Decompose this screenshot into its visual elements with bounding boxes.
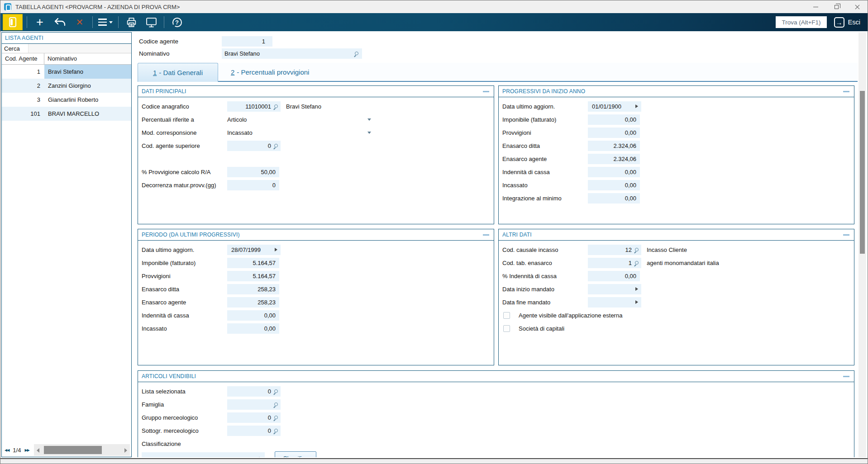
checkbox-row-societ-di-capitali: Società di capitali [502, 323, 854, 334]
codice-agente-field[interactable]: 1 [222, 36, 272, 47]
combo-mod-corresponsione[interactable]: Incassato [227, 128, 373, 138]
field-value: 0,00 [264, 312, 276, 319]
classifica-button[interactable]: Classifica [275, 451, 316, 457]
search-icon[interactable] [635, 261, 639, 265]
search-icon[interactable] [355, 52, 358, 55]
agent-row-bravi-marcello[interactable]: 101BRAVI MARCELLO [2, 107, 131, 121]
lookup-field-sottogr-merceologico[interactable]: 0 [227, 426, 281, 436]
numeric-field-enasarco-ditta[interactable]: 258,23 [227, 284, 279, 294]
numeric-field-imponibile-fatturato[interactable]: 0,00 [588, 114, 640, 125]
search-icon[interactable] [274, 416, 278, 419]
horizontal-scrollbar[interactable] [34, 444, 130, 456]
agent-row-giancarlini-roberto[interactable]: 3Giancarlini Roberto [2, 93, 131, 107]
last-page-button[interactable]: ▶▶ [23, 448, 30, 452]
collapse-button[interactable] [483, 234, 489, 236]
column-header-name[interactable]: Nominativo [44, 53, 131, 64]
maximize-button[interactable] [826, 0, 847, 13]
numeric-field-imponibile-fatturato[interactable]: 5.164,57 [227, 258, 279, 268]
printer-icon [126, 17, 137, 28]
agent-row-bravi-stefano[interactable]: 1Bravi Stefano [2, 65, 131, 79]
search-input[interactable] [28, 44, 131, 53]
agent-row-zanzini-giorgino[interactable]: 2Zanzini Giorgino [2, 79, 131, 93]
column-header-code[interactable]: Cod. Agente [2, 53, 44, 64]
date-field-data-ultimo-aggiorn[interactable]: 28/07/1999 [227, 245, 281, 255]
dropdown-icon[interactable] [367, 118, 371, 121]
classification-input[interactable] [142, 452, 265, 458]
delete-x-icon: ✕ [76, 17, 84, 28]
undo-button[interactable] [51, 14, 68, 30]
collapse-button[interactable] [843, 376, 849, 377]
new-record-button[interactable]: + [31, 14, 48, 30]
dropdown-icon[interactable] [367, 132, 371, 134]
date-field-data-fine-mandato[interactable] [588, 297, 641, 308]
numeric-field-decorrenza-matur-provv-gg[interactable]: 0 [227, 180, 279, 190]
lookup-field-cod-agente-superiore[interactable]: 0 [227, 141, 281, 151]
nominativo-field[interactable]: Bravi Stefano [222, 48, 362, 59]
date-picker-icon[interactable] [275, 248, 277, 251]
panel-body: Codice anagrafico11010001Bravi StefanoPe… [138, 97, 494, 190]
date-field-data-ultimo-aggiorn[interactable]: 01/01/1900 [588, 101, 641, 112]
checkbox-agente-visibile-dall-applicazione-esterna[interactable] [503, 312, 510, 319]
field-label: Cod. causale incasso [502, 246, 588, 253]
undo-icon [54, 18, 66, 27]
search-icon[interactable] [274, 144, 278, 147]
combo-percentuali-riferite-a[interactable]: Articolo [227, 114, 373, 125]
numeric-field-provvigioni[interactable]: 5.164,57 [227, 271, 279, 281]
numeric-field-incassato[interactable]: 0,00 [227, 323, 279, 334]
lookup-field-famiglia[interactable] [227, 399, 281, 410]
numeric-field-provvigioni[interactable]: 0,00 [588, 128, 640, 138]
tab-percentuali-provvigioni[interactable]: 2 - Percentuali provvigioni [218, 63, 322, 81]
spin-up-icon[interactable] [257, 457, 262, 457]
close-button[interactable] [847, 0, 868, 13]
numeric-field-enasarco-agente[interactable]: 2.324,06 [588, 154, 640, 164]
numeric-field-enasarco-ditta[interactable]: 2.324,06 [588, 141, 640, 151]
print-button[interactable] [123, 14, 140, 30]
numeric-field-indennit-di-cassa[interactable]: 0,00 [588, 167, 640, 177]
vertical-scrollbar[interactable] [858, 32, 866, 457]
collapse-button[interactable] [483, 91, 489, 92]
scrollbar-thumb[interactable] [860, 91, 865, 254]
numeric-field-indennit-di-cassa[interactable]: 0,00 [588, 271, 640, 281]
numeric-field-provvigione-calcolo-r-a[interactable]: 50,00 [227, 167, 279, 177]
date-picker-icon[interactable] [635, 104, 638, 108]
lookup-field-cod-causale-incasso[interactable]: 12 [588, 245, 641, 255]
field-value: 50,00 [261, 169, 276, 175]
scroll-right-icon[interactable] [124, 448, 127, 453]
checkbox-societ-di-capitali[interactable] [503, 325, 510, 332]
numeric-field-incassato[interactable]: 0,00 [588, 180, 640, 190]
help-button[interactable]: ? [168, 14, 186, 30]
search-icon[interactable] [274, 402, 278, 406]
field-row-enasarco-ditta: Enasarco ditta258,23 [142, 284, 494, 294]
trova-button[interactable]: Trova (Alt+F1) [776, 16, 826, 28]
collapse-button[interactable] [843, 91, 849, 92]
delete-button[interactable]: ✕ [71, 14, 88, 30]
date-picker-icon[interactable] [635, 287, 638, 291]
lookup-field-gruppo-merceologico[interactable]: 0 [227, 412, 281, 423]
lookup-field-lista-selezionata[interactable]: 0 [227, 386, 281, 397]
card-view-button[interactable] [3, 14, 23, 30]
scrollbar-thumb[interactable] [44, 446, 102, 454]
numeric-field-integrazione-al-minimo[interactable]: 0,00 [588, 193, 640, 204]
lookup-field-codice-anagrafico[interactable]: 11010001 [227, 101, 281, 112]
numeric-field-indennit-di-cassa[interactable]: 0,00 [227, 310, 279, 321]
monitor-button[interactable] [143, 14, 160, 30]
search-icon[interactable] [274, 104, 278, 108]
menu-button[interactable] [97, 14, 114, 30]
tab-dati-generali[interactable]: 1 - Dati Generali [138, 63, 218, 82]
agent-name: Zanzini Giorgino [44, 79, 131, 93]
collapse-button[interactable] [843, 234, 849, 236]
esci-button[interactable]: → Esci [834, 17, 860, 28]
search-icon[interactable] [274, 389, 278, 393]
numeric-field-enasarco-agente[interactable]: 258,23 [227, 297, 279, 308]
field-label: Data fine mandato [502, 299, 588, 306]
search-icon[interactable] [274, 429, 278, 432]
esci-label: Esci [848, 19, 860, 26]
date-field-data-inizio-mandato[interactable] [588, 284, 641, 294]
date-picker-icon[interactable] [635, 300, 638, 304]
first-page-button[interactable]: ◀◀ [3, 448, 10, 452]
agent-name: Bravi Stefano [44, 65, 131, 79]
lookup-field-cod-tab-enasarco[interactable]: 1 [588, 258, 641, 268]
scroll-left-icon[interactable] [37, 448, 39, 453]
minimize-button[interactable] [805, 0, 826, 13]
search-icon[interactable] [635, 248, 639, 251]
